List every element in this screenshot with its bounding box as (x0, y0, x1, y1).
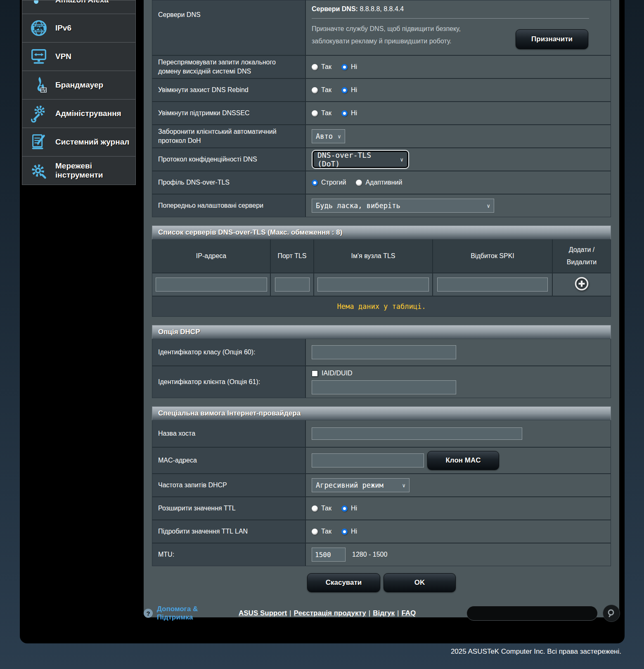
yes-radio[interactable] (312, 64, 318, 70)
tls-hostname-input[interactable] (317, 278, 429, 292)
search-input[interactable] (466, 606, 598, 621)
no-radio[interactable] (341, 505, 348, 512)
sidebar: Amazon Alexa IPV6 IPv6 (22, 0, 136, 185)
no-label: Ні (351, 86, 357, 94)
sidebar-item-label: VPN (55, 52, 71, 61)
dns-assign-description: Призначте службу DNS, щоб підвищити безп… (312, 23, 518, 47)
sidebar-item-amazon-alexa[interactable]: Amazon Alexa (22, 0, 136, 14)
spoof-ttl-lan-row: Підробити значення TTL LAN Так Ні (152, 520, 611, 543)
dns-privacy-row: Протокол конфіденційності DNS DNS-over-T… (152, 147, 611, 171)
strict-radio[interactable] (312, 180, 318, 186)
sidebar-item-vpn[interactable]: VPN (22, 42, 136, 71)
mac-address-label: MAC-адреса (152, 448, 306, 473)
preset-servers-select[interactable]: Будь ласка, виберіть ∨ (312, 199, 494, 213)
mtu-range-hint: 1280 - 1500 (352, 551, 387, 558)
dnssec-row: Увімкнути підтримки DNSSEC Так Ні (152, 101, 611, 124)
dhcp-class-row: Ідентифікатор класу (Опція 60): (152, 339, 611, 365)
yes-radio[interactable] (312, 529, 318, 535)
yes-label: Так (321, 86, 331, 94)
dns-servers-row: Сервери DNS Сервери DNS: 8.8.8.8, 8.8.4.… (152, 0, 611, 55)
sidebar-item-label: Мережеві інструменти (55, 161, 135, 180)
faq-link[interactable]: FAQ (401, 609, 416, 617)
search-button[interactable] (603, 605, 620, 622)
alexa-icon (29, 0, 49, 10)
dot-profile-label: Профіль DNS-over-TLS (152, 171, 306, 194)
sidebar-item-label: IPv6 (55, 24, 71, 33)
sidebar-item-system-log[interactable]: Системний журнал (22, 128, 136, 157)
sidebar-item-ipv6[interactable]: IPV6 IPv6 (22, 14, 136, 43)
no-label: Ні (351, 528, 357, 535)
doh-select[interactable]: Авто ∨ (312, 129, 345, 143)
hostname-input[interactable] (312, 427, 522, 440)
iaid-duid-label: IAID/DUID (322, 370, 353, 377)
dns-privacy-select[interactable]: DNS-over-TLS (DoT) ∨ (314, 152, 407, 167)
sidebar-item-label: Брандмауер (55, 81, 103, 90)
dot-profile-row: Профіль DNS-over-TLS Строгий Адаптивний (152, 171, 611, 194)
dot-server-list-section: Список серверів DNS-over-TLS (Макс. обме… (152, 225, 611, 317)
network-tools-icon (29, 161, 49, 180)
yes-radio[interactable] (312, 110, 318, 116)
no-radio[interactable] (341, 64, 348, 70)
mac-clone-button[interactable]: Клон MAC (427, 451, 499, 470)
asus-support-link[interactable]: ASUS Support (239, 609, 287, 617)
opportunistic-radio[interactable] (356, 180, 362, 186)
dhcp-client-input[interactable] (312, 380, 456, 394)
yes-radio[interactable] (312, 505, 318, 512)
no-label: Ні (351, 109, 357, 117)
no-radio[interactable] (341, 529, 348, 535)
mtu-input[interactable] (312, 548, 346, 562)
preset-servers-row: Попередньо налаштовані сервери Будь ласк… (152, 194, 611, 217)
iaid-duid-checkbox[interactable] (312, 370, 318, 377)
footer-links: ASUS Support|Реєстрація продукту|Відгук|… (239, 609, 416, 617)
no-radio[interactable] (341, 110, 348, 116)
footer: ? Допомога & Підтримка ASUS Support|Реєс… (144, 601, 623, 626)
ip-address-input[interactable] (156, 278, 267, 292)
no-radio[interactable] (341, 87, 348, 93)
no-label: Ні (351, 505, 357, 512)
vpn-icon (29, 47, 49, 66)
opportunistic-label: Адаптивний (365, 179, 402, 186)
assign-dns-button[interactable]: Призначити (516, 29, 588, 49)
extend-ttl-label: Розширити значення TTL (152, 497, 306, 520)
yes-radio[interactable] (312, 87, 318, 93)
dns-settings-table: Сервери DNS Сервери DNS: 8.8.8.8, 8.8.4.… (152, 0, 611, 217)
dns-rebind-label: Увімкнути захист DNS Rebind (152, 79, 306, 101)
tls-port-input[interactable] (275, 278, 310, 292)
dns-servers-value: Сервери DNS: 8.8.8.8, 8.8.4.4 (312, 5, 605, 13)
sidebar-item-administration[interactable]: Адміністрування (22, 99, 136, 128)
col-header-add-delete: Додати /Видалити (553, 240, 611, 273)
help-support[interactable]: ? Допомога & Підтримка (144, 605, 220, 622)
yes-label: Так (321, 505, 331, 512)
dhcp-frequency-row: Частота запитів DHCP Агресивний режим ∨ (152, 473, 611, 496)
extend-ttl-row: Розширити значення TTL Так Ні (152, 496, 611, 520)
dhcp-class-input[interactable] (312, 345, 456, 359)
dhcp-frequency-select[interactable]: Агресивний режим ∨ (312, 478, 410, 492)
mtu-label: MTU: (152, 543, 306, 566)
firewall-icon (29, 75, 49, 95)
dhcp-client-row: Ідентифікатор клієнта (Опція 61): IAID/D… (152, 365, 611, 398)
doh-label: Заборонити клієнтський автоматичний прот… (152, 125, 306, 147)
ok-button[interactable]: OK (384, 573, 456, 592)
dhcp-option-title: Опція DHCP (152, 325, 611, 339)
no-label: Ні (351, 63, 357, 71)
table-empty-message: Нема даних у таблиці. (152, 296, 611, 316)
dns-privacy-focus-ring: DNS-over-TLS (DoT) ∨ (312, 150, 409, 169)
dot-server-table: IP-адреса Порт TLS Ім'я вузла TLS Відбит… (152, 240, 611, 317)
strict-label: Строгий (321, 179, 346, 186)
col-header-port: Порт TLS (271, 240, 314, 273)
cancel-button[interactable]: Скасувати (307, 573, 380, 592)
spki-fingerprint-input[interactable] (437, 278, 548, 292)
sidebar-item-firewall[interactable]: Брандмауер (22, 71, 136, 100)
col-header-spki: Відбиток SPKI (433, 240, 553, 273)
system-log-icon (29, 132, 49, 152)
divider (312, 18, 589, 19)
mac-address-input[interactable] (312, 453, 424, 467)
add-row-cell (553, 273, 611, 296)
ipv6-icon: IPV6 (29, 18, 49, 38)
feedback-link[interactable]: Відгук (373, 609, 395, 617)
sidebar-item-network-tools[interactable]: Мережеві інструменти (22, 156, 136, 185)
dot-server-list-title: Список серверів DNS-over-TLS (Макс. обме… (152, 225, 611, 240)
plus-circle-icon[interactable] (573, 275, 590, 294)
chevron-down-icon: ∨ (402, 482, 405, 489)
product-registration-link[interactable]: Реєстрація продукту (294, 609, 366, 617)
